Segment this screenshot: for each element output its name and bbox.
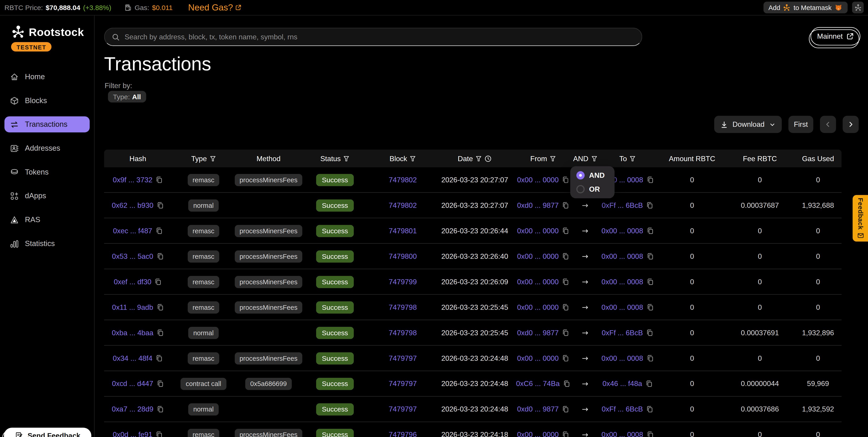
copy-icon[interactable] [157, 202, 164, 209]
copy-icon[interactable] [646, 380, 653, 387]
copy-icon[interactable] [562, 278, 569, 285]
copy-icon[interactable] [562, 227, 569, 234]
to-address-link[interactable]: 0xFf ... 6BcB [602, 405, 643, 413]
block-link[interactable]: 7479801 [389, 227, 417, 235]
tx-hash-link[interactable]: 0xba ... 4baa [112, 328, 153, 337]
copy-icon[interactable] [646, 176, 654, 183]
brand[interactable]: Rootstock TESTNET [11, 25, 84, 52]
block-link[interactable]: 7479797 [389, 354, 417, 362]
copy-icon[interactable] [562, 406, 569, 413]
from-address-link[interactable]: 0xd0 ... 9877 [517, 328, 559, 337]
from-address-link[interactable]: 0x00 ... 0000 [517, 303, 559, 311]
block-link[interactable]: 7479796 [389, 430, 417, 437]
block-link[interactable]: 7479797 [389, 405, 417, 413]
tx-hash-link[interactable]: 0xec ... f487 [113, 227, 152, 235]
to-address-link[interactable]: 0x00 ... 0008 [601, 354, 643, 362]
copy-icon[interactable] [156, 303, 164, 311]
copy-icon[interactable] [156, 253, 164, 260]
search-input[interactable] [125, 33, 634, 41]
to-address-link[interactable]: 0x46 ... f48a [602, 379, 642, 388]
copy-icon[interactable] [155, 278, 162, 285]
download-button[interactable]: Download [714, 116, 782, 133]
copy-icon[interactable] [562, 253, 569, 260]
from-address-link[interactable]: 0xC6 ... 74Ba [516, 379, 560, 388]
block-link[interactable]: 7479797 [389, 379, 417, 388]
feedback-tab[interactable]: Feedback [852, 195, 868, 241]
column-header-to[interactable]: To [596, 154, 659, 163]
sidebar-item-home[interactable]: Home [4, 69, 90, 85]
column-header-from[interactable]: From [512, 154, 574, 163]
to-address-link[interactable]: 0x00 ... 0008 [601, 278, 643, 286]
sidebar-item-tokens[interactable]: Tokens [4, 164, 90, 180]
copy-icon[interactable] [156, 431, 163, 437]
from-address-link[interactable]: 0x00 ... 0000 [517, 354, 559, 362]
copy-icon[interactable] [646, 253, 654, 260]
copy-icon[interactable] [562, 431, 569, 437]
tx-hash-link[interactable]: 0x9f ... 3732 [113, 176, 152, 184]
from-address-link[interactable]: 0x00 ... 0000 [517, 430, 559, 437]
tx-hash-link[interactable]: 0x62 ... b930 [112, 201, 153, 210]
filter-option-or[interactable]: OR [577, 185, 609, 194]
need-gas-link[interactable]: Need Gas? [188, 2, 241, 12]
radio-selected-icon[interactable] [577, 171, 585, 180]
sidebar-item-blocks[interactable]: Blocks [4, 92, 90, 109]
next-page-button[interactable] [843, 116, 859, 133]
copy-icon[interactable] [156, 176, 163, 183]
copy-icon[interactable] [646, 431, 654, 437]
from-address-link[interactable]: 0x00 ... 0000 [517, 176, 559, 184]
copy-icon[interactable] [157, 406, 164, 413]
to-address-link[interactable]: 0x00 ... 0008 [601, 430, 643, 437]
copy-icon[interactable] [157, 329, 164, 337]
sidebar-item-transactions[interactable]: Transactions [4, 116, 90, 133]
filter-option-and[interactable]: AND [577, 171, 609, 180]
block-link[interactable]: 7479802 [389, 201, 417, 210]
tx-hash-link[interactable]: 0x34 ... 48f4 [113, 354, 152, 362]
sidebar-item-dapps[interactable]: dApps [4, 188, 90, 204]
to-address-link[interactable]: 0xFf ... 6BcB [602, 201, 643, 210]
to-address-link[interactable]: 0xFf ... 6BcB [602, 328, 643, 337]
copy-icon[interactable] [156, 227, 163, 234]
block-link[interactable]: 7479799 [389, 278, 417, 286]
copy-icon[interactable] [562, 329, 569, 337]
radio-unselected-icon[interactable] [577, 185, 585, 194]
send-feedback-button[interactable]: Send Feedback [4, 428, 91, 437]
column-header-type[interactable]: Type [172, 154, 236, 163]
from-address-link[interactable]: 0x00 ... 0000 [517, 278, 559, 286]
tx-hash-link[interactable]: 0x0d ... fe91 [113, 430, 152, 437]
tx-hash-link[interactable]: 0xef ... df30 [114, 278, 151, 286]
rootstock-logo-button[interactable] [852, 2, 864, 13]
copy-icon[interactable] [562, 176, 569, 183]
to-address-link[interactable]: 0x00 ... 0008 [601, 227, 643, 235]
copy-icon[interactable] [646, 202, 653, 209]
type-filter-chip[interactable]: Type: All [108, 91, 146, 103]
network-switch-button[interactable]: Mainnet [810, 27, 860, 45]
from-address-link[interactable]: 0xd0 ... 9877 [517, 201, 559, 210]
sidebar-item-ras[interactable]: RAS [4, 212, 90, 228]
block-link[interactable]: 7479798 [389, 303, 417, 311]
from-address-link[interactable]: 0x00 ... 0000 [517, 227, 559, 235]
sidebar-item-addresses[interactable]: Addresses [4, 140, 90, 156]
block-link[interactable]: 7479800 [389, 252, 417, 260]
tx-hash-link[interactable]: 0x53 ... 5ac0 [112, 252, 153, 260]
copy-icon[interactable] [646, 278, 654, 285]
tx-hash-link[interactable]: 0xa7 ... 28d9 [112, 405, 153, 413]
copy-icon[interactable] [563, 380, 570, 387]
block-link[interactable]: 7479798 [389, 328, 417, 337]
tx-hash-link[interactable]: 0x11 ... 9adb [112, 303, 153, 311]
first-page-button[interactable]: First [788, 116, 813, 133]
block-link[interactable]: 7479802 [389, 176, 417, 184]
copy-icon[interactable] [646, 303, 654, 311]
column-header-and[interactable]: AND [574, 154, 596, 163]
to-address-link[interactable]: 0x00 ... 0008 [601, 252, 643, 260]
copy-icon[interactable] [562, 303, 569, 311]
copy-icon[interactable] [646, 406, 653, 413]
column-header-status[interactable]: Status [302, 154, 368, 163]
copy-icon[interactable] [562, 202, 569, 209]
from-address-link[interactable]: 0xd0 ... 9877 [517, 405, 559, 413]
sidebar-item-statistics[interactable]: Statistics [4, 235, 90, 252]
copy-icon[interactable] [646, 329, 653, 337]
copy-icon[interactable] [156, 355, 163, 362]
to-address-link[interactable]: 0x00 ... 0008 [601, 303, 643, 311]
copy-icon[interactable] [156, 380, 164, 387]
from-address-link[interactable]: 0x00 ... 0000 [517, 252, 559, 260]
